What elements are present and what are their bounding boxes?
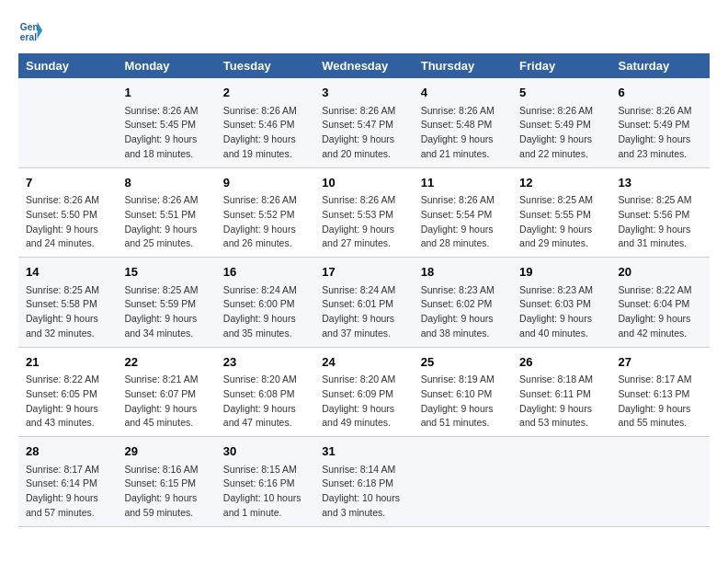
day-number: 15 (124, 263, 208, 282)
day-cell (512, 437, 610, 527)
header-cell-wednesday: Wednesday (314, 53, 413, 78)
day-info: Sunrise: 8:26 AMSunset: 5:48 PMDaylight:… (421, 104, 505, 162)
day-number: 22 (124, 353, 208, 372)
svg-text:Gen: Gen (20, 22, 39, 32)
day-cell: 10Sunrise: 8:26 AMSunset: 5:53 PMDayligh… (314, 167, 413, 258)
day-cell: 7Sunrise: 8:26 AMSunset: 5:50 PMDaylight… (18, 167, 117, 258)
day-info: Sunrise: 8:25 AMSunset: 5:59 PMDaylight:… (124, 283, 208, 341)
day-info: Sunrise: 8:26 AMSunset: 5:50 PMDaylight:… (26, 193, 109, 251)
day-info: Sunrise: 8:15 AMSunset: 6:16 PMDaylight:… (223, 463, 307, 521)
day-number: 3 (322, 84, 405, 102)
day-info: Sunrise: 8:22 AMSunset: 6:05 PMDaylight:… (26, 373, 109, 431)
day-number: 7 (26, 174, 109, 192)
day-info: Sunrise: 8:26 AMSunset: 5:49 PMDaylight:… (619, 104, 702, 162)
day-number: 30 (223, 442, 307, 461)
day-number: 4 (421, 84, 505, 102)
header-cell-monday: Monday (117, 53, 215, 78)
day-info: Sunrise: 8:26 AMSunset: 5:54 PMDaylight:… (421, 193, 505, 251)
day-info: Sunrise: 8:25 AMSunset: 5:56 PMDaylight:… (619, 193, 702, 251)
svg-text:eral: eral (20, 32, 37, 42)
day-number: 1 (124, 84, 208, 102)
day-number: 16 (223, 263, 307, 282)
day-info: Sunrise: 8:22 AMSunset: 6:04 PMDaylight:… (619, 283, 702, 341)
day-number: 17 (322, 263, 405, 282)
day-cell: 12Sunrise: 8:25 AMSunset: 5:55 PMDayligh… (512, 167, 610, 258)
day-cell: 17Sunrise: 8:24 AMSunset: 6:01 PMDayligh… (314, 258, 413, 348)
day-cell: 16Sunrise: 8:24 AMSunset: 6:00 PMDayligh… (216, 258, 314, 348)
day-cell: 31Sunrise: 8:14 AMSunset: 6:18 PMDayligh… (314, 437, 413, 527)
day-cell: 11Sunrise: 8:26 AMSunset: 5:54 PMDayligh… (414, 167, 512, 258)
day-number: 5 (519, 84, 603, 102)
day-info: Sunrise: 8:24 AMSunset: 6:00 PMDaylight:… (223, 283, 307, 341)
day-cell: 29Sunrise: 8:16 AMSunset: 6:15 PMDayligh… (117, 437, 215, 527)
day-cell: 1Sunrise: 8:26 AMSunset: 5:45 PMDaylight… (117, 78, 215, 167)
header-cell-thursday: Thursday (414, 53, 512, 78)
header-cell-saturday: Saturday (611, 53, 710, 78)
day-info: Sunrise: 8:14 AMSunset: 6:18 PMDaylight:… (322, 463, 405, 521)
day-cell: 2Sunrise: 8:26 AMSunset: 5:46 PMDaylight… (216, 78, 314, 167)
week-row-1: 1Sunrise: 8:26 AMSunset: 5:45 PMDaylight… (18, 78, 710, 167)
day-number: 29 (124, 442, 208, 461)
day-cell: 30Sunrise: 8:15 AMSunset: 6:16 PMDayligh… (216, 437, 314, 527)
day-number: 9 (223, 174, 307, 192)
header-cell-friday: Friday (512, 53, 610, 78)
day-cell: 26Sunrise: 8:18 AMSunset: 6:11 PMDayligh… (512, 347, 610, 437)
calendar-header-row: SundayMondayTuesdayWednesdayThursdayFrid… (18, 53, 710, 78)
day-number: 27 (619, 353, 702, 372)
day-cell: 4Sunrise: 8:26 AMSunset: 5:48 PMDaylight… (414, 78, 512, 167)
day-info: Sunrise: 8:17 AMSunset: 6:14 PMDaylight:… (26, 463, 109, 521)
day-info: Sunrise: 8:26 AMSunset: 5:53 PMDaylight:… (322, 193, 405, 251)
day-info: Sunrise: 8:16 AMSunset: 6:15 PMDaylight:… (124, 463, 208, 521)
day-cell: 13Sunrise: 8:25 AMSunset: 5:56 PMDayligh… (611, 167, 710, 258)
day-number: 20 (619, 263, 702, 282)
logo: Gen eral (18, 18, 48, 44)
day-info: Sunrise: 8:20 AMSunset: 6:08 PMDaylight:… (223, 373, 307, 431)
day-info: Sunrise: 8:26 AMSunset: 5:49 PMDaylight:… (519, 104, 603, 162)
day-info: Sunrise: 8:26 AMSunset: 5:45 PMDaylight:… (124, 104, 208, 162)
day-number: 25 (421, 353, 505, 372)
day-cell: 8Sunrise: 8:26 AMSunset: 5:51 PMDaylight… (117, 167, 215, 258)
calendar-table: SundayMondayTuesdayWednesdayThursdayFrid… (18, 53, 710, 527)
day-number: 26 (519, 353, 603, 372)
day-info: Sunrise: 8:23 AMSunset: 6:03 PMDaylight:… (519, 283, 603, 341)
day-cell: 18Sunrise: 8:23 AMSunset: 6:02 PMDayligh… (414, 258, 512, 348)
day-number: 11 (421, 174, 505, 192)
day-info: Sunrise: 8:26 AMSunset: 5:47 PMDaylight:… (322, 104, 405, 162)
day-info: Sunrise: 8:26 AMSunset: 5:51 PMDaylight:… (124, 193, 208, 251)
day-cell: 22Sunrise: 8:21 AMSunset: 6:07 PMDayligh… (117, 347, 215, 437)
week-row-3: 14Sunrise: 8:25 AMSunset: 5:58 PMDayligh… (18, 258, 710, 348)
day-number: 13 (619, 174, 702, 192)
day-cell: 21Sunrise: 8:22 AMSunset: 6:05 PMDayligh… (18, 347, 117, 437)
day-cell: 28Sunrise: 8:17 AMSunset: 6:14 PMDayligh… (18, 437, 117, 527)
day-cell (18, 78, 117, 167)
day-cell: 23Sunrise: 8:20 AMSunset: 6:08 PMDayligh… (216, 347, 314, 437)
day-cell: 3Sunrise: 8:26 AMSunset: 5:47 PMDaylight… (314, 78, 413, 167)
day-info: Sunrise: 8:19 AMSunset: 6:10 PMDaylight:… (421, 373, 505, 431)
day-cell: 20Sunrise: 8:22 AMSunset: 6:04 PMDayligh… (611, 258, 710, 348)
day-info: Sunrise: 8:17 AMSunset: 6:13 PMDaylight:… (619, 373, 702, 431)
day-info: Sunrise: 8:25 AMSunset: 5:58 PMDaylight:… (26, 283, 109, 341)
day-cell: 14Sunrise: 8:25 AMSunset: 5:58 PMDayligh… (18, 258, 117, 348)
day-info: Sunrise: 8:21 AMSunset: 6:07 PMDaylight:… (124, 373, 208, 431)
day-cell: 5Sunrise: 8:26 AMSunset: 5:49 PMDaylight… (512, 78, 610, 167)
day-info: Sunrise: 8:18 AMSunset: 6:11 PMDaylight:… (519, 373, 603, 431)
svg-marker-2 (38, 22, 43, 40)
day-number: 8 (124, 174, 208, 192)
day-info: Sunrise: 8:26 AMSunset: 5:52 PMDaylight:… (223, 193, 307, 251)
day-cell: 19Sunrise: 8:23 AMSunset: 6:03 PMDayligh… (512, 258, 610, 348)
header-cell-tuesday: Tuesday (216, 53, 314, 78)
header: Gen eral (18, 18, 710, 44)
day-number: 21 (26, 353, 109, 372)
day-cell (611, 437, 710, 527)
day-cell (414, 437, 512, 527)
day-number: 10 (322, 174, 405, 192)
day-number: 2 (223, 84, 307, 102)
day-cell: 25Sunrise: 8:19 AMSunset: 6:10 PMDayligh… (414, 347, 512, 437)
logo-icon: Gen eral (18, 18, 44, 44)
week-row-5: 28Sunrise: 8:17 AMSunset: 6:14 PMDayligh… (18, 437, 710, 527)
day-cell: 9Sunrise: 8:26 AMSunset: 5:52 PMDaylight… (216, 167, 314, 258)
day-number: 31 (322, 442, 405, 461)
day-cell: 27Sunrise: 8:17 AMSunset: 6:13 PMDayligh… (611, 347, 710, 437)
day-number: 28 (26, 442, 109, 461)
day-number: 14 (26, 263, 109, 282)
